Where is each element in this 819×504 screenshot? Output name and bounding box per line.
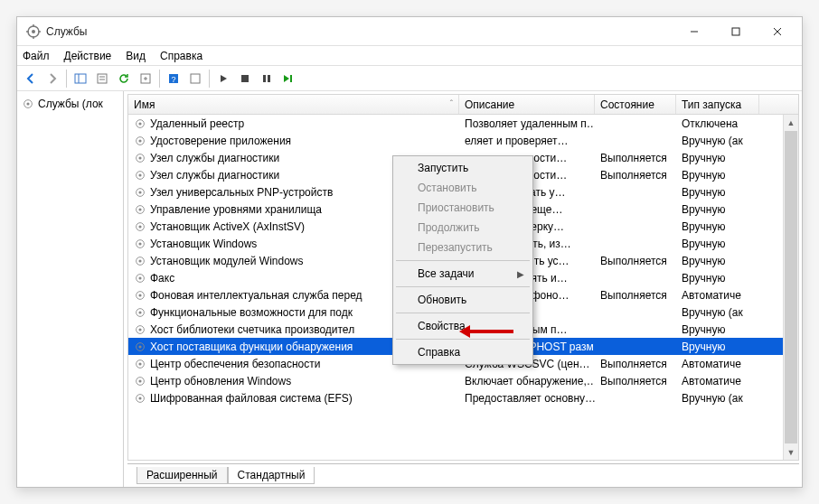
svg-point-30 [138, 156, 141, 159]
minimize-button[interactable] [673, 18, 715, 45]
service-row[interactable]: Центр обновления WindowsВключает обнаруж… [128, 372, 798, 389]
callout-arrow [459, 325, 513, 338]
svg-point-44 [138, 276, 141, 279]
svg-rect-21 [268, 75, 270, 82]
vertical-scrollbar[interactable]: ▲ ▼ [783, 115, 798, 460]
cell-state: Выполняется [595, 358, 676, 370]
col-desc[interactable]: Описание [459, 95, 595, 114]
service-row[interactable]: Шифрованная файловая система (EFS)Предос… [128, 389, 798, 406]
start-service-button[interactable] [213, 69, 233, 89]
cell-startup: Вручную [676, 341, 759, 353]
cell-startup: Вручную [676, 186, 759, 199]
item-properties-button[interactable] [185, 69, 205, 89]
cell-startup: Автоматиче [676, 358, 759, 370]
tree-root-label: Службы (лок [38, 98, 103, 110]
cell-startup: Вручную [676, 169, 759, 182]
ctx-alltasks[interactable]: Все задачи▶ [394, 264, 532, 284]
ctx-resume[interactable]: Продолжить [394, 218, 532, 238]
tab-standard[interactable]: Стандартный [228, 467, 315, 484]
ctx-start[interactable]: Запустить [394, 158, 532, 178]
ctx-pause[interactable]: Приостановить [394, 198, 532, 218]
pause-service-button[interactable] [257, 69, 277, 89]
service-row[interactable]: Удаленный реестрПозволяет удаленным п…От… [128, 115, 798, 132]
menubar: Файл Действие Вид Справка [17, 46, 802, 66]
cell-startup: Вручную [676, 272, 759, 285]
cell-name: Шифрованная файловая система (EFS) [128, 392, 459, 405]
cell-startup: Вручную [676, 152, 759, 164]
service-row[interactable]: Удостоверение приложенияеляет и проверяе… [128, 132, 798, 149]
chevron-right-icon: ▶ [517, 269, 524, 279]
menu-file[interactable]: Файл [23, 50, 50, 62]
app-icon [26, 24, 41, 39]
col-state[interactable]: Состояние [595, 95, 676, 114]
svg-rect-18 [191, 74, 200, 83]
scroll-up-icon[interactable]: ▲ [784, 115, 798, 130]
col-startup[interactable]: Тип запуска [676, 95, 759, 114]
svg-point-46 [138, 294, 141, 296]
refresh-button[interactable] [114, 69, 134, 89]
svg-point-34 [138, 191, 141, 193]
cell-startup: Вручную (ак [676, 135, 759, 147]
toolbar-sep [159, 70, 160, 88]
menu-help[interactable]: Справка [160, 50, 202, 62]
cell-startup: Автоматиче [676, 375, 759, 387]
cell-desc: Включает обнаружение,… [459, 375, 595, 387]
svg-point-54 [138, 362, 141, 365]
ctx-refresh[interactable]: Обновить [394, 290, 532, 310]
toolbar-sep [66, 70, 67, 88]
svg-point-1 [32, 30, 35, 33]
svg-rect-7 [732, 28, 739, 35]
ctx-stop[interactable]: Остановить [394, 178, 532, 198]
toolbar-sep [209, 70, 210, 88]
cell-startup: Вручную [676, 255, 759, 267]
help-button[interactable]: ? [164, 69, 184, 89]
sidebar: Службы (лок [17, 91, 124, 487]
properties-button[interactable] [92, 69, 112, 89]
tabstrip: Расширенный Стандартный [127, 463, 799, 484]
ctx-sep [396, 313, 530, 313]
svg-rect-10 [75, 74, 86, 83]
ctx-sep [396, 339, 530, 340]
tree-root-services[interactable]: Службы (лок [19, 95, 121, 113]
back-button[interactable] [21, 69, 41, 89]
svg-point-24 [26, 102, 29, 105]
stop-service-button[interactable] [235, 69, 255, 89]
export-button[interactable] [136, 69, 155, 89]
cell-state: Выполняется [595, 152, 676, 164]
col-name[interactable]: Имяˆ [128, 95, 459, 114]
svg-rect-20 [263, 75, 266, 82]
cell-startup: Вручную [676, 220, 759, 233]
cell-name: Удостоверение приложения [128, 135, 459, 147]
cell-state: Выполняется [595, 255, 676, 267]
cell-startup: Отключена [676, 117, 759, 130]
cell-name: Удаленный реестр [128, 117, 459, 130]
ctx-help[interactable]: Справка [394, 342, 532, 362]
forward-button[interactable] [42, 69, 62, 89]
restart-service-button[interactable] [278, 69, 298, 89]
menu-action[interactable]: Действие [64, 50, 112, 62]
scroll-down-icon[interactable]: ▼ [784, 444, 798, 460]
menu-view[interactable]: Вид [126, 50, 146, 62]
svg-point-42 [138, 259, 141, 262]
ctx-sep [396, 260, 530, 261]
svg-point-26 [138, 122, 141, 125]
window-title: Службы [46, 25, 673, 38]
cell-name: Центр обновления Windows [128, 375, 459, 387]
cell-state: Выполняется [595, 289, 676, 302]
ctx-restart[interactable]: Перезапустить [394, 238, 532, 257]
svg-point-38 [138, 225, 141, 228]
cell-desc: Позволяет удаленным п… [459, 117, 595, 130]
close-button[interactable] [757, 18, 798, 45]
cell-startup: Вручную (ак [676, 392, 759, 405]
scroll-thumb[interactable] [785, 131, 797, 443]
cell-startup: Вручную [676, 238, 759, 250]
cell-state: Выполняется [595, 375, 676, 387]
ctx-sep [396, 286, 530, 287]
cell-desc: Предоставляет основну… [459, 392, 595, 405]
cell-startup: Вручную [676, 203, 759, 216]
tab-extended[interactable]: Расширенный [136, 467, 228, 484]
show-hide-tree-button[interactable] [71, 69, 90, 89]
maximize-button[interactable] [715, 18, 757, 45]
svg-text:?: ? [171, 75, 175, 84]
gear-icon [22, 98, 34, 110]
